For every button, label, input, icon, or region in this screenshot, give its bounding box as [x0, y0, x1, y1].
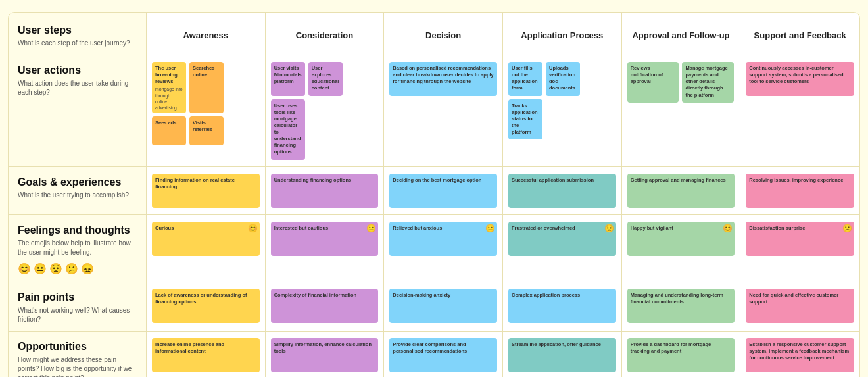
sticky-note: Uploads verification doc documents	[546, 62, 580, 96]
note-title: Interested but cautious	[274, 225, 375, 232]
note-emoji: 😐	[485, 223, 495, 234]
data-cell-opp-col3: Streamline application, offer guidance	[503, 332, 622, 378]
data-cell-user-actions-col2: Based on personalised recommendations an…	[384, 55, 503, 167]
sticky-note: The user browning reviewsmortgage info t…	[152, 62, 186, 113]
row-title-user-actions: User actions	[18, 64, 137, 76]
sticky-note: Managing and understanding long-term fin…	[627, 289, 735, 323]
header-decision: Decision	[384, 13, 503, 55]
sticky-note: Establish a responsive customer support …	[746, 338, 854, 372]
header-support: Support and Feedback	[740, 13, 859, 55]
data-cell-feelings-col0: 😊Curious	[147, 215, 266, 282]
row-subtitle-feelings: The emojis below help to illustrate how …	[18, 239, 137, 257]
note-title: Establish a responsive customer support …	[749, 341, 851, 361]
data-cell-pain-col4: Managing and understanding long-term fin…	[622, 282, 741, 332]
note-title: User explores educational content	[312, 65, 339, 92]
data-cell-feelings-col3: 😟Frustrated or overwhelmed	[503, 215, 622, 282]
journey-map-table: User steps What is each step of the user…	[8, 12, 860, 377]
side-header-goals: Goals & experiencesWhat is the user tryi…	[9, 167, 147, 215]
row-subtitle-goals: What is the user trying to accomplish?	[18, 191, 137, 200]
data-cell-goals-col2: Deciding on the best mortgage option	[384, 167, 503, 215]
header-user-steps: User steps What is each step of the user…	[9, 13, 147, 55]
note-title: Understanding financing options	[274, 177, 375, 184]
sticky-note: Based on personalised recommendations an…	[389, 62, 497, 96]
sticky-note: 😟Frustrated or overwhelmed	[508, 222, 616, 256]
note-title: User fills out the application form	[512, 65, 539, 92]
note-title: Complex application process	[512, 292, 613, 299]
sticky-note: Tracks application status for the platfo…	[508, 99, 542, 140]
note-title: Curious	[155, 225, 256, 232]
sticky-note: User fills out the application form	[508, 62, 542, 96]
sticky-note: Successful application submission	[508, 174, 616, 208]
user-steps-title: User steps	[18, 24, 137, 36]
emoji-legend-item: 😖	[81, 263, 94, 275]
row-title-goals: Goals & experiences	[18, 176, 137, 188]
side-header-user-actions: User actionsWhat action does the user ta…	[9, 55, 147, 167]
note-title: Based on personalised recommendations an…	[393, 65, 494, 85]
data-cell-opp-col2: Provide clear comparisons and personalis…	[384, 332, 503, 378]
note-title: Simplify information, enhance calculatio…	[274, 341, 375, 355]
note-title: Streamline application, offer guidance	[512, 341, 613, 348]
note-title: Getting approval and managing finances	[631, 177, 732, 184]
note-title: Complexity of financial information	[274, 292, 375, 299]
sticky-note: Understanding financing options	[271, 174, 379, 208]
row-subtitle-opp: How might we address these pain points? …	[18, 355, 137, 378]
data-cell-goals-col0: Finding information on real estate finan…	[147, 167, 266, 215]
sticky-note: Simplify information, enhance calculatio…	[271, 338, 379, 372]
header-awareness: Awareness	[147, 13, 266, 55]
note-title: Decision-making anxiety	[393, 292, 494, 299]
note-title: Provide clear comparisons and personalis…	[393, 341, 494, 355]
note-title: Sees ads	[155, 120, 183, 126]
sticky-note: Streamline application, offer guidance	[508, 338, 616, 372]
data-cell-goals-col5: Resolving issues, improving experience	[740, 167, 859, 215]
header-application: Application Process	[503, 13, 622, 55]
note-title: Managing and understanding long-term fin…	[631, 292, 732, 305]
data-cell-feelings-col1: 😐Interested but cautious	[266, 215, 385, 282]
header-approval: Approval and Follow-up	[622, 13, 741, 55]
note-emoji: 😐	[366, 223, 376, 234]
sticky-note: User explores educational content	[308, 62, 343, 96]
side-header-pain: Pain pointsWhat's not working well? What…	[9, 282, 147, 332]
data-cell-pain-col2: Decision-making anxiety	[384, 282, 503, 332]
note-title: Increase online presence and information…	[155, 341, 256, 355]
row-subtitle-pain: What's not working well? What causes fri…	[18, 306, 137, 324]
note-title: Finding information on real estate finan…	[155, 177, 256, 190]
emoji-legend-row: 😊😐😟😕😖	[18, 263, 137, 275]
row-title-opp: Opportunities	[18, 341, 137, 353]
note-title: Reviews notification of approval	[631, 65, 676, 85]
sticky-note: Sees ads	[152, 116, 186, 145]
sticky-note: 😐Interested but cautious	[271, 222, 379, 256]
note-title: Provide a dashboard for mortgage trackin…	[631, 341, 732, 355]
sticky-note: Resolving issues, improving experience	[746, 174, 854, 208]
data-cell-opp-col0: Increase online presence and information…	[147, 332, 266, 378]
data-cell-user-actions-col4: Reviews notification of approvalManage m…	[622, 55, 741, 167]
data-cell-pain-col1: Complexity of financial information	[266, 282, 385, 332]
data-cell-pain-col3: Complex application process	[503, 282, 622, 332]
sticky-note: Provide clear comparisons and personalis…	[389, 338, 497, 372]
data-cell-user-actions-col5: Continuously accesses in-customer suppor…	[740, 55, 859, 167]
note-title: Resolving issues, improving experience	[749, 177, 851, 184]
note-title: Continuously accesses in-customer suppor…	[749, 65, 851, 85]
sticky-note: User uses tools like mortgage calculator…	[271, 99, 305, 160]
row-title-feelings: Feelings and thoughts	[18, 224, 137, 236]
page-container: User steps What is each step of the user…	[0, 0, 868, 377]
emoji-legend-item: 😕	[65, 263, 78, 275]
sticky-note: Visits referrals	[189, 116, 224, 145]
note-title: Tracks application status for the platfo…	[512, 103, 539, 136]
sticky-note: Getting approval and managing finances	[627, 174, 735, 208]
sticky-note: 😐Relieved but anxious	[389, 222, 497, 256]
sticky-note: Provide a dashboard for mortgage trackin…	[627, 338, 735, 372]
data-cell-goals-col4: Getting approval and managing finances	[622, 167, 741, 215]
emoji-legend-item: 😟	[49, 263, 62, 275]
data-cell-goals-col3: Successful application submission	[503, 167, 622, 215]
header-consideration: Consideration	[266, 13, 385, 55]
note-body: mortgage info through online advertising	[155, 86, 183, 111]
note-emoji: 😕	[842, 223, 852, 234]
emoji-legend-item: 😊	[18, 263, 31, 275]
data-cell-pain-col0: Lack of awareness or understanding of fi…	[147, 282, 266, 332]
user-steps-subtitle: What is each step of the user journey?	[18, 39, 137, 48]
note-title: Dissatisfaction surprise	[749, 225, 851, 232]
note-title: The user browning reviews	[155, 65, 183, 85]
sticky-note: Continuously accesses in-customer suppor…	[746, 62, 854, 96]
row-subtitle-user-actions: What action does the user take during ea…	[18, 79, 137, 97]
data-cell-opp-col5: Establish a responsive customer support …	[740, 332, 859, 378]
